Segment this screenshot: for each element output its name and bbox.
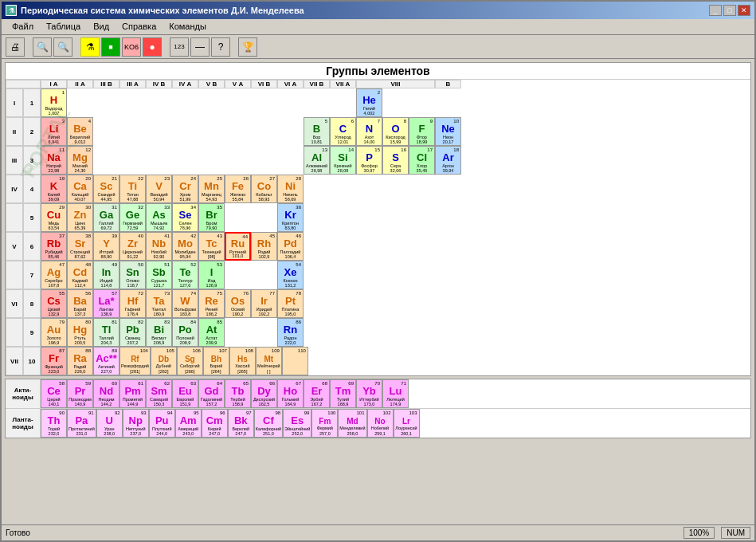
element-K[interactable]: 19 K Калий 39,09: [41, 175, 67, 203]
element-Pm[interactable]: 61 Pm Прометий 144,9: [119, 379, 146, 408]
element-Es[interactable]: 99 Es Эйнштейний 252,0: [283, 409, 311, 438]
zoom-in-button[interactable]: 🔍: [53, 37, 72, 57]
element-Zn[interactable]: 30 Zn Цинк 65,39: [67, 203, 93, 232]
element-C[interactable]: 6 C Углерод 12,01: [330, 117, 356, 146]
element-Ir[interactable]: 77 Ir Иридий 192,2: [251, 289, 277, 318]
element-Lr[interactable]: 103 Lr Лоуренсий 260,1: [394, 409, 420, 438]
element-btn[interactable]: ⚗: [80, 37, 100, 57]
element-Tl[interactable]: 81 Tl Таллий 204,3: [93, 318, 119, 347]
element-Cu[interactable]: 29 Cu Медь 63,54: [41, 203, 67, 232]
element-P[interactable]: 15 P Фосфор 30,97: [356, 146, 382, 175]
element-Yb[interactable]: 70 Yb Иттербий 173,0: [356, 379, 382, 408]
element-Cr[interactable]: 24 Cr Хром 51,99: [172, 175, 198, 203]
element-V[interactable]: 23 V Ванадий 50,94: [146, 175, 172, 203]
element-Dy[interactable]: 66 Dy Диспрозий 162,5: [251, 379, 277, 408]
element-Zr[interactable]: 40 Zr Цирконий 91,22: [119, 232, 146, 261]
element-Sr[interactable]: 38 Sr Стронций 87,62: [67, 232, 93, 261]
element-Ta[interactable]: 73 Ta Тантал 180,9: [146, 289, 172, 318]
print-button[interactable]: 🖨: [6, 37, 25, 57]
element-La[interactable]: 57 La* Лантан 138,9: [93, 289, 119, 318]
element-Ce[interactable]: 58 Ce Церий 140,1: [41, 379, 67, 408]
maximize-button[interactable]: □: [723, 5, 736, 16]
element-Am[interactable]: 95 Am Америций 243,0: [175, 409, 202, 438]
element-Pd[interactable]: 46 Pd Палладий 106,4: [277, 232, 304, 261]
element-Kr[interactable]: 36 Kr Криптон 83,80: [277, 203, 304, 232]
element-Be[interactable]: 4 Be Бериллий 9,012: [67, 117, 93, 146]
element-Mt[interactable]: 109 Mt Мейтнерий [ ]: [256, 347, 282, 375]
element-Cl[interactable]: 17 Cl Хлор 35,45: [409, 146, 435, 175]
menu-view[interactable]: Вид: [87, 21, 116, 33]
element-Ru[interactable]: 44 Ru Рутений 101,0: [225, 232, 251, 261]
element-Pr[interactable]: 59 Pr Празеодим 140,9: [67, 379, 93, 408]
element-Ba[interactable]: 56 Ba Барий 137,3: [67, 289, 93, 318]
element-Tm[interactable]: 69 Tm Тулий 168,9: [330, 379, 356, 408]
element-Ac[interactable]: 89 Ac** Актиний 227,0: [93, 347, 119, 375]
element-Cm[interactable]: 96 Cm Кюрий 247,0: [202, 409, 228, 438]
menu-commands[interactable]: Команды: [163, 21, 213, 33]
element-Po[interactable]: 84 Po Полоний 208,9: [172, 318, 198, 347]
element-Hf[interactable]: 72 Hf Гафний 178,4: [119, 289, 146, 318]
element-Ag[interactable]: 47 Ag Серебро 107,8: [41, 261, 67, 289]
element-Fe[interactable]: 26 Fe Железо 55,84: [225, 175, 251, 203]
element-Rn[interactable]: 86 Rn Радон 222,0: [277, 318, 304, 347]
element-Co[interactable]: 27 Co Кобальт 58,93: [251, 175, 277, 203]
element-At[interactable]: 85 At Астат 209,9: [198, 318, 225, 347]
menu-help[interactable]: Справка: [116, 21, 163, 33]
element-Cd[interactable]: 48 Cd Кадмий 112,4: [67, 261, 93, 289]
element-Bk[interactable]: 97 Bk Берклий 247,0: [228, 409, 254, 438]
element-Si[interactable]: 14 Si Кремний 28,08: [330, 146, 356, 175]
element-Nd[interactable]: 60 Nd Неодим 144,2: [93, 379, 119, 408]
element-Rh[interactable]: 45 Rh Родий 102,9: [251, 232, 277, 261]
element-Ar[interactable]: 18 Ar Аргон 39,94: [435, 146, 461, 175]
element-Cf[interactable]: 98 Cf Калифорний 251,0: [254, 409, 283, 438]
element-Al[interactable]: 13 Al Алюминий 26,98: [304, 146, 330, 175]
close-button[interactable]: ✕: [738, 5, 750, 16]
element-N[interactable]: 7 N Азот 14,00: [356, 117, 382, 146]
element-Ni[interactable]: 28 Ni Никель 58,69: [277, 175, 304, 203]
element-Na[interactable]: 11 Na Натрий 22,98: [41, 146, 67, 175]
element-Cs[interactable]: 55 Cs Цезий 132,9: [41, 289, 67, 318]
element-I[interactable]: 53 I Иод 126,9: [198, 261, 225, 289]
element-Lu[interactable]: 71 Lu Лютеций 174,9: [382, 379, 409, 408]
element-F[interactable]: 9 F Фтор 18,99: [409, 117, 435, 146]
element-Eu[interactable]: 63 Eu Европий 151,9: [172, 379, 198, 408]
element-Br[interactable]: 35 Br Бром 79,90: [198, 203, 225, 232]
config-btn[interactable]: KO6: [122, 37, 141, 57]
element-Sc[interactable]: 21 Sc Скандий 44,95: [93, 175, 119, 203]
element-He[interactable]: 2 He Гелий 4,002: [356, 88, 382, 117]
help-btn[interactable]: ?: [211, 37, 230, 57]
element-Np[interactable]: 93 Np Нептуний 237,0: [123, 409, 149, 438]
element-Re[interactable]: 75 Re Рений 186,2: [198, 289, 225, 318]
element-Pa[interactable]: 91 Pa Протактиний 231,0: [67, 409, 96, 438]
element-Bi[interactable]: 83 Bi Висмут 208,9: [146, 318, 172, 347]
element-Sm[interactable]: 62 Sm Самарий 150,3: [146, 379, 172, 408]
element-Y[interactable]: 39 Y Иттрий 88,90: [93, 232, 119, 261]
element-Hg[interactable]: 80 Hg Ртуть 200,5: [67, 318, 93, 347]
element-Os[interactable]: 76 Os Осмий 190,2: [225, 289, 251, 318]
element-Hs[interactable]: 108 Hs Хассий [265]: [229, 347, 256, 375]
element-Rf[interactable]: 104 Rf Резерфордий [281]: [119, 347, 151, 375]
element-No[interactable]: 102 No Нобелий 259,1: [367, 409, 394, 438]
element-Ra[interactable]: 88 Ra Радий 226,0: [67, 347, 93, 375]
element-Ge[interactable]: 32 Ge Германий 72,59: [119, 203, 146, 232]
element-Tc[interactable]: 43 Tc Технеций [98]: [198, 232, 225, 261]
element-Gd[interactable]: 64 Gd Гадолиний 157,2: [198, 379, 225, 408]
element-As[interactable]: 33 As Мышьяк 74,92: [146, 203, 172, 232]
element-Sb[interactable]: 51 Sb Сурьма 121,7: [146, 261, 172, 289]
element-Mn[interactable]: 25 Mn Марганец 54,93: [198, 175, 225, 203]
element-Mo[interactable]: 42 Mo Молибден 95,94: [172, 232, 198, 261]
element-Ne[interactable]: 10 Ne Неон 20,17: [435, 117, 461, 146]
element-Ho[interactable]: 67 Ho Гольмий 164,9: [277, 379, 304, 408]
element-Db[interactable]: 105 Db Дубний [262]: [151, 347, 177, 375]
menu-table[interactable]: Таблица: [40, 21, 87, 33]
element-In[interactable]: 49 In Индий 114,8: [93, 261, 119, 289]
element-Fr[interactable]: 87 Fr Франций 223,0: [41, 347, 67, 375]
trophy-btn[interactable]: 🏆: [238, 37, 257, 57]
element-S[interactable]: 16 S Сера 32,06: [382, 146, 409, 175]
element-Pu[interactable]: 94 Pu Плутоний 244,0: [149, 409, 175, 438]
element-Au[interactable]: 79 Au Золото 196,9: [41, 318, 67, 347]
element-Er[interactable]: 68 Er Эрбий 167,2: [304, 379, 330, 408]
element-Ca[interactable]: 20 Ca Кальций 40,07: [67, 175, 93, 203]
element-Pt[interactable]: 78 Pt Платина 195,0: [277, 289, 304, 318]
num-btn[interactable]: 123: [170, 37, 189, 57]
